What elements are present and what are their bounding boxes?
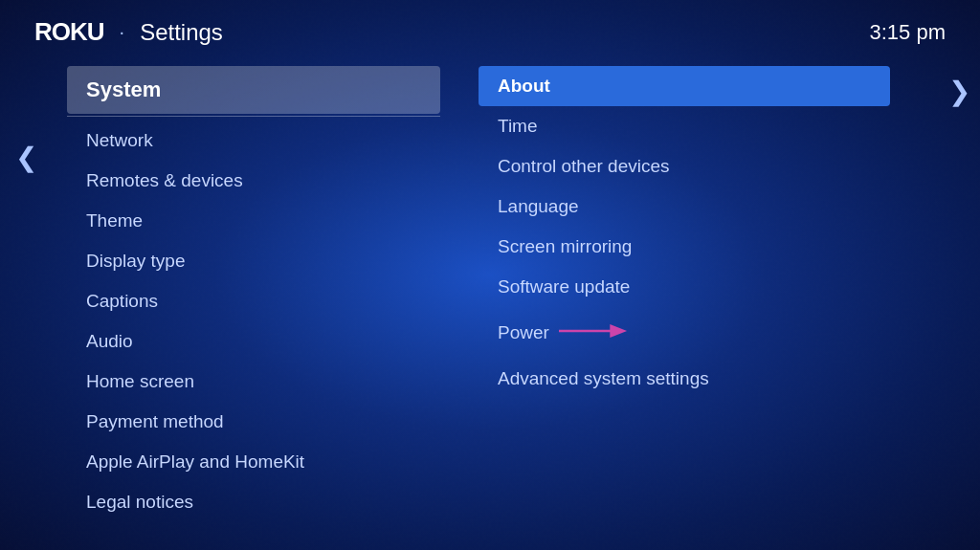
menu-item-time[interactable]: Time: [479, 106, 890, 146]
sidebar-item-captions[interactable]: Captions: [67, 281, 440, 321]
sidebar-item-audio[interactable]: Audio: [67, 321, 440, 362]
clock: 3:15 pm: [870, 20, 947, 45]
left-panel: ❮ System Network Remotes & devices Theme…: [0, 66, 469, 539]
menu-item-screen-mirroring[interactable]: Screen mirroring: [479, 227, 890, 267]
header-left: ROKU · Settings: [34, 17, 223, 47]
menu-item-language[interactable]: Language: [479, 187, 890, 227]
menu-item-advanced-system-settings[interactable]: Advanced system settings: [479, 359, 890, 399]
left-arrow[interactable]: ❮: [15, 142, 37, 173]
menu-item-about[interactable]: About: [479, 66, 890, 106]
sidebar-item-remotes[interactable]: Remotes & devices: [67, 161, 440, 201]
menu-item-software-update[interactable]: Software update: [479, 267, 890, 307]
menu-item-control-other-devices[interactable]: Control other devices: [479, 146, 890, 187]
sidebar-item-home-screen[interactable]: Home screen: [67, 362, 440, 402]
selected-menu-item[interactable]: System: [67, 66, 440, 114]
sidebar-item-legal[interactable]: Legal notices: [67, 482, 440, 522]
svg-marker-1: [610, 324, 627, 338]
menu-item-power[interactable]: Power: [479, 307, 890, 359]
right-panel: ❯ About Time Control other devices Langu…: [469, 66, 980, 539]
sidebar-item-network[interactable]: Network: [67, 121, 440, 161]
header-separator: ·: [120, 21, 125, 43]
right-arrow[interactable]: ❯: [948, 76, 970, 107]
page-title: Settings: [140, 19, 223, 46]
roku-logo: ROKU: [34, 17, 104, 47]
power-label: Power: [498, 322, 549, 343]
sidebar-item-display-type[interactable]: Display type: [67, 241, 440, 281]
sidebar-item-theme[interactable]: Theme: [67, 201, 440, 241]
sidebar-item-airplay[interactable]: Apple AirPlay and HomeKit: [67, 442, 440, 482]
sidebar-item-payment[interactable]: Payment method: [67, 402, 440, 442]
main-content: ❮ System Network Remotes & devices Theme…: [0, 56, 980, 539]
power-arrow-indicator: [559, 317, 635, 349]
header: ROKU · Settings 3:15 pm: [0, 0, 980, 56]
divider: [67, 116, 440, 117]
